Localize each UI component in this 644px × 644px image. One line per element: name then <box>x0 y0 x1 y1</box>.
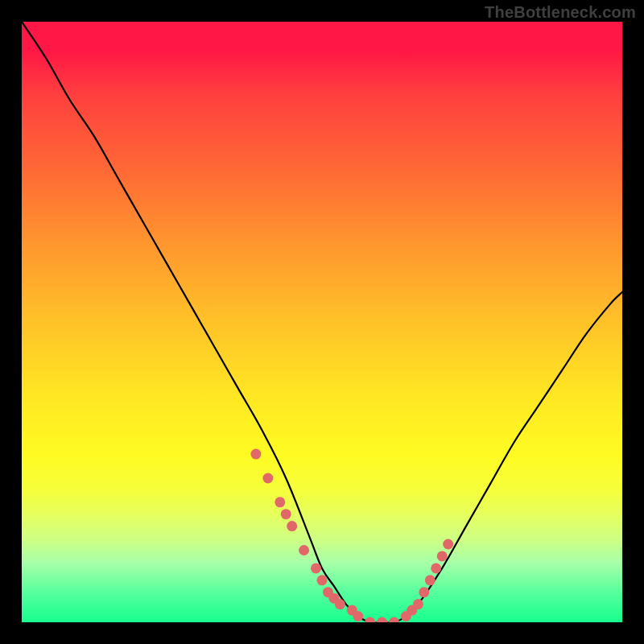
plot-area <box>22 22 622 622</box>
marker-dot <box>287 521 297 531</box>
marker-dot <box>311 563 321 573</box>
marker-dot <box>281 509 291 519</box>
marker-dot <box>250 449 261 460</box>
marker-dot <box>262 473 273 484</box>
marker-dot <box>443 539 453 550</box>
marker-dot <box>317 575 328 585</box>
bottleneck-curve <box>22 22 622 622</box>
marker-dot <box>353 611 363 621</box>
marker-dot <box>425 575 436 585</box>
marker-dot <box>377 617 387 623</box>
marker-dot <box>365 617 375 623</box>
chart-frame: TheBottleneck.com <box>0 0 644 644</box>
marker-dot <box>335 599 345 609</box>
watermark-text: TheBottleneck.com <box>485 3 636 22</box>
highlight-markers <box>250 449 453 622</box>
marker-dot <box>419 587 429 597</box>
marker-dot <box>431 563 441 573</box>
marker-dot <box>413 599 423 609</box>
marker-dot <box>389 617 399 623</box>
plot-svg <box>22 22 622 622</box>
marker-dot <box>437 551 448 561</box>
marker-dot <box>275 497 285 507</box>
marker-dot <box>299 545 309 555</box>
